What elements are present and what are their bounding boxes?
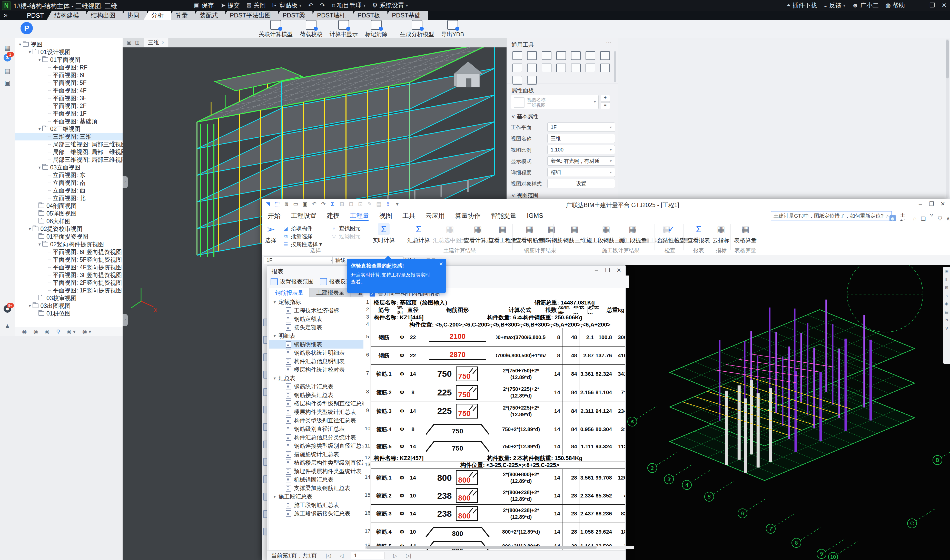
tree-item-立面视图-西[interactable]: ┈立面视图: 西 [15, 186, 123, 194]
tree-item-01设计视图[interactable]: ▾01设计视图 [15, 48, 123, 56]
tree-item-平面视图-4F竖向提资视图[interactable]: ┈平面视图: 4F竖向提资视图 [15, 263, 123, 271]
chevron-down-icon[interactable]: ▾ [39, 242, 41, 247]
vs-icon-4[interactable]: ⌂ [945, 294, 948, 298]
tree-item-02提资校审视图[interactable]: ▾02提资校审视图 [15, 225, 123, 233]
tool-icon-12[interactable] [586, 63, 595, 72]
tool-icon-13[interactable] [600, 63, 610, 72]
保存-button[interactable]: ▣保存 [194, 1, 214, 9]
tree-item-平面视图-2F竖向提资视图[interactable]: ┈平面视图: 2F竖向提资视图 [15, 279, 123, 286]
vs-icon-8[interactable]: ⚲ [945, 326, 948, 331]
more-icon[interactable]: ⋯ [606, 40, 611, 46]
report-item-构件汇总信息分类统计表[interactable]: 构件汇总信息分类统计表 [269, 433, 364, 442]
pdst-minimize-button[interactable]: – [915, 0, 927, 11]
field-工作平面[interactable]: 1F▾ [547, 123, 615, 132]
pdst-maximize-button[interactable]: ❐ [927, 0, 938, 11]
more-icon[interactable]: ▾ [394, 201, 401, 207]
floor-selector[interactable]: 1F▾ [264, 256, 335, 264]
report-close-button[interactable]: ✕ [613, 266, 625, 274]
ribbon-item-拾取构件[interactable]: ◪拾取构件 [283, 225, 312, 232]
chevron-down-icon[interactable]: ▾ [29, 226, 31, 232]
gtj-menu-智能提量[interactable]: 智能提量 [491, 210, 517, 221]
field-详细程度[interactable]: 精细▾ [547, 168, 615, 177]
pdst-tab-协同[interactable]: 协同 [120, 11, 147, 20]
帮助-button[interactable]: ◍帮助 [885, 1, 905, 9]
viewport-split-icon[interactable]: ◫ [134, 40, 140, 45]
vs-icon-3[interactable]: ⊞ [945, 285, 948, 290]
pdst-tab-PDST墙柱[interactable]: PDST墙柱 [309, 11, 353, 20]
tree-item-02竖向构件提资视图[interactable]: ▾02竖向构件提资视图 [15, 240, 123, 248]
pdst-tab-结构建模[interactable]: 结构建模 [47, 11, 87, 20]
gtj-3d-viewport[interactable]: ▣◫ ⊞⌂ ◉▤ ↻⚲ A2345678910BC [625, 265, 950, 560]
cloud-icon[interactable]: ▲ [3, 322, 12, 330]
ribbon-item-批量选择[interactable]: ⧉批量选择 [283, 233, 312, 240]
tree-item-01平面提资视图[interactable]: 01平面提资视图 [15, 233, 123, 240]
ribbon-button-云指标[interactable]: ▦云指标 [712, 223, 729, 244]
tree-item-01平面视图[interactable]: ▾01平面视图 [15, 56, 123, 63]
ribbon-select-button[interactable]: ➢选择 [265, 223, 276, 244]
report-maximize-button[interactable]: ❐ [602, 266, 613, 274]
tree-item-平面视图-3F[interactable]: ┈平面视图: 3F [15, 94, 123, 102]
tree-item-局部三维视图-局部三维视图1(复制1)[interactable]: ┈局部三维视图: 局部三维视图1(复制1) [15, 148, 123, 156]
history-button[interactable]: ↶ [308, 2, 313, 9]
tool-icon-4[interactable] [571, 51, 581, 60]
tree-item-平面视图-3F竖向提资视图[interactable]: ┈平面视图: 3F竖向提资视图 [15, 271, 123, 279]
report-group-明细表[interactable]: ▼明细表 [269, 332, 364, 340]
ribbon-button-施工段提量[interactable]: ▦施工段提量 [618, 223, 647, 244]
ribbon-button-编辑钢筋[interactable]: ▦编辑钢筋 [540, 223, 563, 244]
pdst-close-button[interactable]: ✕ [938, 0, 950, 11]
chevron-down-icon[interactable]: ▾ [29, 303, 31, 309]
film-icon[interactable]: ▤ [375, 201, 382, 207]
viewport-tab-close-icon[interactable]: × [162, 40, 165, 45]
tools-scrollbar[interactable] [614, 51, 616, 82]
blocks-icon[interactable]: ⊡ [357, 201, 364, 207]
ribbon-button-钢筋三维[interactable]: ▦钢筋三维 [563, 223, 586, 244]
last-page-icon[interactable]: ▷| [406, 552, 412, 559]
pdst-tab-算量[interactable]: 算量 [168, 11, 196, 20]
gtj-menu-算量协作[interactable]: 算量协作 [455, 210, 481, 221]
pdst-menu-button[interactable]: PDST [22, 11, 49, 20]
项目管理-button[interactable]: ⌗项目管理▾ [332, 1, 366, 9]
gtj-menu-云应用[interactable]: 云应用 [426, 210, 445, 221]
tree-item-04剖面视图[interactable]: 04剖面视图 [15, 202, 123, 210]
tree-item-03立面视图[interactable]: ▾03立面视图 [15, 163, 123, 171]
tree-item-01桩位图[interactable]: 01桩位图 [15, 309, 123, 317]
leftbar-icon[interactable]: ▤ [3, 67, 12, 75]
反馈-button[interactable]: ◒反馈▾ [824, 1, 845, 9]
tool-icon-8[interactable] [527, 63, 537, 72]
tree-item-局部三维视图-局部三维视图1[interactable]: ┈局部三维视图: 局部三维视图1 [15, 140, 123, 148]
field-视图比例[interactable]: 1:100▾ [547, 145, 615, 154]
viewport-windows-icon[interactable]: ▣ [126, 40, 132, 45]
panel-collapse-handle[interactable]: ‹ [123, 176, 128, 188]
panel-collapse-handle-2[interactable]: ‹ [123, 314, 128, 326]
report-item-钢筋明细表[interactable]: 钢筋明细表 [269, 340, 364, 349]
report-item-构件汇总信息明细表[interactable]: 构件汇总信息明细表 [269, 357, 364, 366]
ribbon-item-过滤图元[interactable]: ▽过滤图元 [331, 233, 361, 240]
chevron-down-icon[interactable]: ▾ [39, 126, 41, 132]
tree-item-立面视图-北[interactable]: ┈立面视图: 北 [15, 194, 123, 202]
vs-icon-7[interactable]: ↻ [945, 318, 948, 322]
pdst-right-scrollbar-thumb[interactable] [946, 40, 949, 78]
ribbon-button-实时计算[interactable]: Σ实时计算 [372, 223, 395, 244]
tree-item-平面视图-5F竖向提资视图[interactable]: ┈平面视图: 5F竖向提资视图 [15, 256, 123, 263]
vs-icon-2[interactable]: ◫ [945, 277, 948, 282]
tool-icon-6[interactable] [600, 51, 610, 60]
chevron-down-icon[interactable]: ▾ [39, 165, 41, 170]
skin-icon[interactable]: ⛉ [938, 215, 942, 222]
open-icon[interactable]: ▭ [292, 201, 299, 207]
tree-item-平面视图-5F[interactable]: ┈平面视图: 5F [15, 79, 123, 87]
report-group-汇总表[interactable]: ▼汇总表 [269, 374, 364, 382]
report-group-施工段汇总表[interactable]: ▼施工段汇总表 [269, 492, 364, 501]
field-视图对象样式[interactable]: 设置 [547, 179, 615, 188]
ribbon-button-查看报表[interactable]: Σ查看报表 [687, 223, 710, 244]
gtj-search-box[interactable]: 土建计量GTJ中，图纸定位错了，如何重新定位? ⌕ [771, 211, 892, 220]
bulb-icon[interactable]: ⚲ [56, 329, 60, 335]
report-item-钢筋统计汇总表[interactable]: 钢筋统计汇总表 [269, 382, 364, 391]
field-视图名称[interactable]: 三维 [547, 134, 615, 143]
tool-icon-14[interactable] [512, 76, 522, 85]
pdst-tab-PDST板[interactable]: PDST板 [350, 11, 388, 20]
vs-icon-1[interactable]: ▣ [945, 269, 948, 274]
ribbon-item-生成分析模型[interactable]: 生成分析模型 [400, 20, 434, 38]
lookup-icon[interactable]: ⊞ [339, 201, 345, 207]
ribbon-item-标记清除[interactable]: 标记清除 [365, 20, 387, 38]
report-item-楼层构件类型统计汇总表[interactable]: 楼层构件类型统计汇总表 [269, 408, 364, 416]
